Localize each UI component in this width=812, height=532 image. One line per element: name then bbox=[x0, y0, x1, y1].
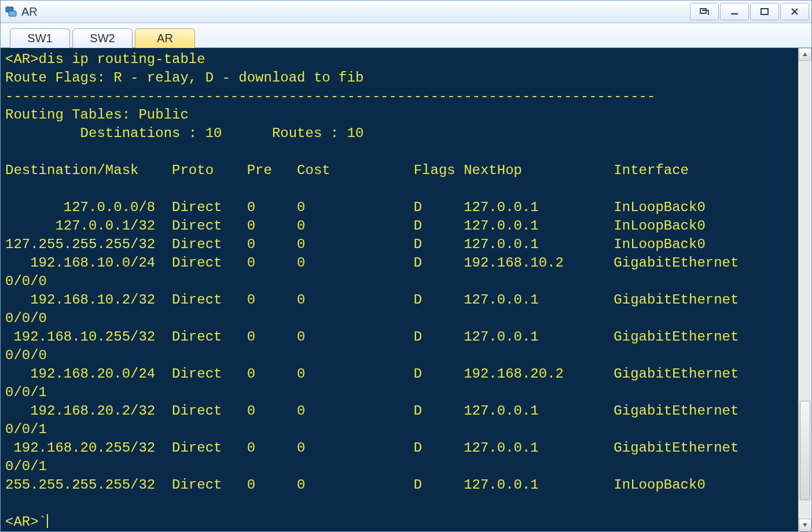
scrollbar[interactable] bbox=[798, 48, 811, 531]
terminal[interactable]: <AR>dis ip routing-table Route Flags: R … bbox=[1, 48, 798, 531]
tab-ar[interactable]: AR bbox=[135, 28, 195, 48]
scroll-thumb[interactable] bbox=[800, 401, 810, 500]
window-title: AR bbox=[21, 5, 689, 19]
popup-button[interactable] bbox=[690, 3, 719, 20]
terminal-area: <AR>dis ip routing-table Route Flags: R … bbox=[1, 48, 811, 531]
svg-rect-1 bbox=[9, 11, 16, 16]
tab-sw2[interactable]: SW2 bbox=[72, 28, 133, 48]
maximize-button[interactable] bbox=[750, 3, 779, 20]
minimize-button[interactable] bbox=[720, 3, 749, 20]
tab-label: SW1 bbox=[27, 32, 52, 45]
scroll-down-icon[interactable] bbox=[799, 519, 811, 531]
titlebar[interactable]: AR bbox=[1, 1, 811, 23]
tab-sw1[interactable]: SW1 bbox=[10, 28, 70, 48]
app-icon bbox=[4, 5, 18, 19]
tab-label: SW2 bbox=[90, 32, 115, 45]
close-button[interactable] bbox=[780, 3, 809, 20]
tab-label: AR bbox=[157, 32, 173, 45]
scroll-up-icon[interactable] bbox=[799, 48, 811, 61]
app-window: AR SW1 SW2 AR <AR>dis ip routing-table R… bbox=[0, 0, 812, 532]
cursor bbox=[47, 514, 48, 528]
tabbar: SW1 SW2 AR bbox=[1, 23, 811, 48]
svg-rect-3 bbox=[761, 9, 768, 14]
window-buttons bbox=[689, 3, 809, 20]
